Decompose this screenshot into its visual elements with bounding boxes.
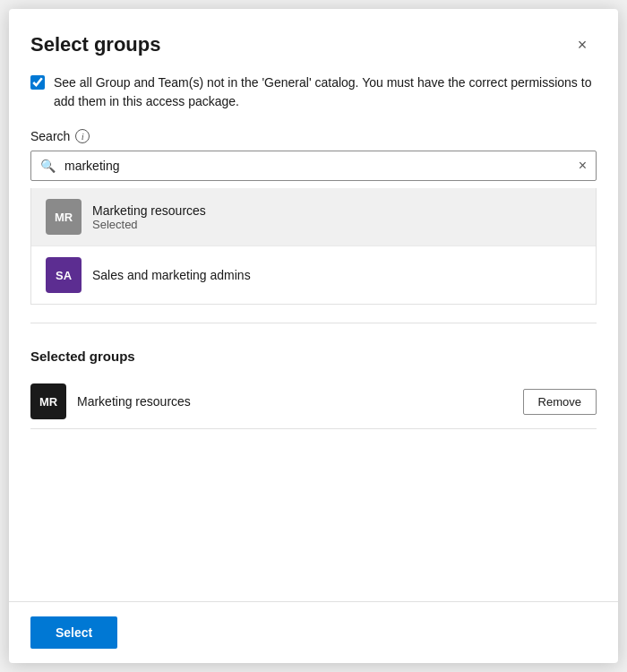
dialog-footer: Select [9,601,618,663]
results-list: MR Marketing resources Selected SA Sales… [30,188,597,305]
result-item-sales-marketing[interactable]: SA Sales and marketing admins [31,246,596,304]
select-button[interactable]: Select [30,616,117,649]
result-text-marketing: Marketing resources Selected [92,203,206,231]
avatar-sa: SA [46,257,82,293]
result-text-sales: Sales and marketing admins [92,268,251,282]
avatar-mr: MR [46,199,82,235]
info-icon[interactable]: i [75,129,90,143]
select-groups-dialog: Select groups × See all Group and Team(s… [9,9,618,663]
checkbox-row: See all Group and Team(s) not in the 'Ge… [30,73,597,111]
selected-group-item-marketing: MR Marketing resources Remove [30,375,597,429]
dialog-content: See all Group and Team(s) not in the 'Ge… [9,73,618,601]
selected-groups-title: Selected groups [30,349,597,364]
result-name-marketing: Marketing resources [92,203,206,218]
checkbox-label: See all Group and Team(s) not in the 'Ge… [54,73,597,111]
selected-avatar-mr: MR [30,383,66,419]
search-label: Search [30,129,70,143]
selected-group-name-marketing: Marketing resources [77,394,512,409]
search-icon: 🔍 [31,159,64,173]
search-label-row: Search i [30,129,597,143]
dialog-title: Select groups [30,33,160,56]
close-button[interactable]: × [568,30,597,59]
divider [30,323,597,323]
see-all-groups-checkbox[interactable] [30,75,45,90]
search-section: Search i 🔍 × [30,129,597,181]
search-input[interactable] [64,151,570,180]
search-input-wrapper: 🔍 × [30,151,597,181]
result-name-sales: Sales and marketing admins [92,268,251,282]
result-item-marketing-resources[interactable]: MR Marketing resources Selected [31,188,596,246]
remove-button-marketing[interactable]: Remove [523,389,597,415]
result-status-marketing: Selected [92,218,206,231]
selected-groups-section: Selected groups MR Marketing resources R… [30,349,597,429]
search-clear-button[interactable]: × [570,158,596,174]
dialog-header: Select groups × [9,9,618,73]
